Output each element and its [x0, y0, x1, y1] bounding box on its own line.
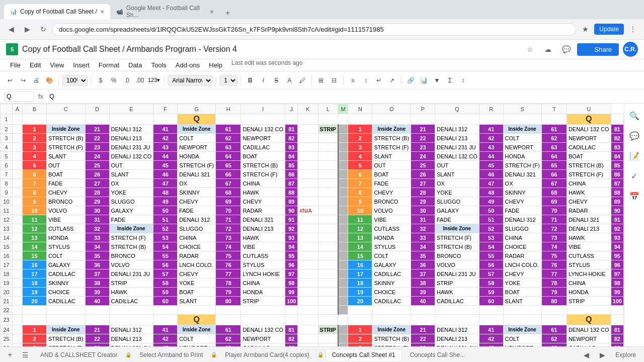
cell-r14c8[interactable]: HAWK	[241, 233, 285, 242]
cell-r6c1[interactable]: 5	[23, 161, 47, 170]
cell-r7c2[interactable]: BOAT	[46, 170, 85, 179]
cell-r21c9[interactable]: 100	[285, 297, 298, 306]
wrap-button[interactable]: ↵	[373, 74, 385, 86]
cell-r19c1[interactable]: 18	[23, 279, 47, 288]
cell-r13c5[interactable]: 52	[153, 224, 178, 233]
cell-r3c2[interactable]: STRETCH (B)	[46, 134, 85, 143]
cell-r2c2[interactable]: Inside Zone	[46, 125, 85, 134]
cell-r26c10[interactable]	[298, 343, 318, 347]
cell-r7c6[interactable]: DENALI 321	[178, 170, 216, 179]
cell-r21c6[interactable]: SLANT	[178, 297, 216, 306]
cell-r26c12[interactable]	[338, 343, 348, 347]
cell-r7c11[interactable]	[318, 170, 338, 179]
bookmark-button[interactable]: ★	[578, 22, 592, 36]
cell-r22c8[interactable]	[241, 306, 285, 315]
cell-r25c2[interactable]: STRETCH (B)	[46, 334, 85, 343]
cell-r14c3[interactable]: 33	[85, 233, 109, 242]
cell-r7c1[interactable]: 6	[23, 170, 47, 179]
cell-r2c13[interactable]: 1	[348, 125, 372, 134]
cell-r6c16[interactable]: OUT	[435, 161, 479, 170]
cell-r10c14[interactable]: BRONCO	[372, 197, 411, 206]
cell-r12c0[interactable]	[13, 215, 23, 224]
cell-r10c11[interactable]	[318, 197, 338, 206]
cell-r4c0[interactable]	[13, 143, 23, 152]
cell-r11c0[interactable]	[13, 206, 23, 215]
cell-r4c7[interactable]: 63	[216, 143, 241, 152]
cell-r4c14[interactable]: STRETCH (F)	[372, 143, 411, 152]
cell-r2c15[interactable]: 21	[411, 125, 435, 134]
col-header-h[interactable]: H	[216, 104, 241, 114]
cell-r23c7[interactable]	[216, 315, 241, 325]
cell-r10c6[interactable]: CHEVY	[178, 197, 216, 206]
cell-r8c3[interactable]: 27	[85, 179, 109, 188]
cell-r4c11[interactable]	[318, 143, 338, 152]
cell-r10c4[interactable]: SLUGGO	[109, 197, 153, 206]
cell-r21c7[interactable]: 80	[216, 297, 241, 306]
cell-r15c15[interactable]: 34	[411, 242, 435, 251]
cell-r1c21[interactable]	[611, 114, 623, 125]
cell-r20c2[interactable]: CHOICE	[46, 288, 85, 297]
update-button[interactable]: Update	[594, 24, 624, 35]
cell-r23c10[interactable]	[298, 315, 318, 325]
cell-r15c18[interactable]: CHOICE	[503, 242, 541, 251]
cell-r20c15[interactable]: 39	[411, 288, 435, 297]
cell-r21c14[interactable]: CADILLAC	[372, 297, 411, 306]
cell-r23c20[interactable]: Q	[567, 315, 611, 325]
cell-r11c18[interactable]: FADE	[503, 206, 541, 215]
cell-r13c2[interactable]: CUTLASS	[46, 224, 85, 233]
cell-r25c7[interactable]: 62	[216, 334, 241, 343]
cell-r5c12[interactable]	[338, 152, 348, 161]
text-color-button[interactable]: A	[283, 74, 295, 86]
paint-format-button[interactable]: 🎨	[43, 74, 55, 86]
cell-r18c15[interactable]: 37	[411, 269, 435, 279]
cell-r10c3[interactable]: 29	[85, 197, 109, 206]
cell-r12c17[interactable]: 51	[479, 215, 503, 224]
cell-r21c1[interactable]: 20	[23, 297, 47, 306]
cell-r12c7[interactable]: 71	[216, 215, 241, 224]
cell-r19c10[interactable]	[298, 279, 318, 288]
sheet-content[interactable]: A B C D E F G H I J K L M N O	[0, 104, 624, 346]
cell-r9c0[interactable]	[13, 188, 23, 197]
cell-r4c5[interactable]: 43	[153, 143, 178, 152]
cell-r21c2[interactable]: CADILLAC	[46, 297, 85, 306]
cell-r22c20[interactable]	[567, 306, 611, 315]
cell-r19c0[interactable]	[13, 279, 23, 288]
cell-r8c9[interactable]: 87	[285, 179, 298, 188]
cell-r5c4[interactable]: DENALI 132 CO	[109, 152, 153, 161]
cell-r14c14[interactable]: HONDA	[372, 233, 411, 242]
cell-r7c16[interactable]: SLANT	[435, 170, 479, 179]
cell-r23c0[interactable]	[13, 315, 23, 325]
cell-r15c8[interactable]: VIBE	[241, 242, 285, 251]
cell-r16c5[interactable]: 55	[153, 251, 178, 260]
zoom-select[interactable]: 100%	[62, 75, 88, 86]
cell-r10c17[interactable]: 49	[479, 197, 503, 206]
cell-r22c2[interactable]	[46, 306, 85, 315]
cell-r9c2[interactable]: CHEVY	[46, 188, 85, 197]
cell-r2c16[interactable]: DENALI 312	[435, 125, 479, 134]
cell-r26c17[interactable]: 43	[479, 343, 503, 347]
cell-r3c16[interactable]: DENALI 213	[435, 134, 479, 143]
cell-r26c20[interactable]: CADILLAC	[567, 343, 611, 347]
cell-r26c0[interactable]	[13, 343, 23, 347]
cell-r9c16[interactable]: YOKE	[435, 188, 479, 197]
cell-r23c19[interactable]	[541, 315, 567, 325]
col-header-c[interactable]: C	[46, 104, 85, 114]
cell-r3c4[interactable]: DENALI 213	[109, 134, 153, 143]
cell-r16c15[interactable]: 35	[411, 251, 435, 260]
col-header-a[interactable]: A	[13, 104, 23, 114]
cell-r9c20[interactable]: HAWK	[567, 188, 611, 197]
col-header-u[interactable]: U	[567, 104, 611, 114]
cell-r9c5[interactable]: 48	[153, 188, 178, 197]
cell-r23c18[interactable]	[503, 315, 541, 325]
cell-r13c6[interactable]: SLUGGO	[178, 224, 216, 233]
cell-r22c16[interactable]	[435, 306, 479, 315]
cell-r22c9[interactable]	[285, 306, 298, 315]
cell-r1c10[interactable]	[298, 114, 318, 125]
cell-r23c16[interactable]	[435, 315, 479, 325]
cell-r21c5[interactable]: 60	[153, 297, 178, 306]
cell-r3c19[interactable]: 62	[541, 134, 567, 143]
cell-r17c20[interactable]: STYLUS	[567, 260, 611, 269]
cell-r13c11[interactable]	[318, 224, 338, 233]
cell-r23c6[interactable]: Q	[178, 315, 216, 325]
reload-button[interactable]: ↻	[36, 22, 50, 36]
